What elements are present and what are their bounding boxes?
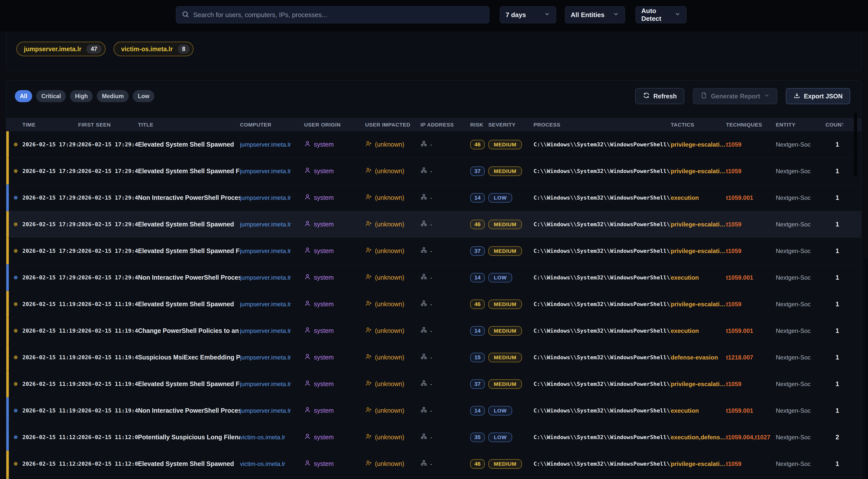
table-row-partial[interactable] — [6, 477, 862, 479]
table-row[interactable]: 2026-02-15 11:19:492026-02-15 11:19:49No… — [6, 398, 862, 424]
table-row[interactable]: 2026-02-15 17:29:462026-02-15 17:29:46El… — [6, 158, 862, 184]
cell-entity: Nextgen-Soc — [776, 328, 826, 334]
table-row[interactable]: 2026-02-15 17:29:462026-02-15 17:29:46El… — [6, 131, 862, 158]
table-row[interactable]: 2026-02-15 17:29:452026-02-15 17:29:45El… — [6, 238, 862, 264]
cell-process: C:\\Windows\\System32\\WindowsPowerShell… — [533, 328, 671, 334]
person-x-icon — [365, 167, 372, 175]
generate-report-button[interactable]: Generate Report — [693, 88, 777, 104]
cell-count: 2 — [826, 434, 843, 441]
computer-chip[interactable]: jumpserver.imeta.lr47 — [16, 42, 105, 56]
cell-entity: Nextgen-Soc — [776, 381, 826, 388]
cell-tactics: privilege-escalati… — [671, 141, 726, 148]
table-body: 2026-02-15 17:29:462026-02-15 17:29:46El… — [6, 131, 862, 479]
computer-link[interactable]: jumpserver.imeta.lr — [240, 328, 291, 334]
severity-filter-medium[interactable]: Medium — [97, 90, 129, 102]
computer-chip[interactable]: victim-os.imeta.lr8 — [114, 42, 193, 56]
person-icon — [304, 167, 311, 175]
cell-time: 2026-02-15 17:29:46 — [22, 195, 78, 201]
cell-process: C:\\Windows\\System32\\WindowsPowerShell… — [533, 461, 671, 467]
cell-title: Non Interactive PowerShell Proces… — [138, 274, 240, 281]
computer-link[interactable]: jumpserver.imeta.lr — [240, 301, 291, 308]
export-json-button[interactable]: Export JSON — [786, 88, 850, 104]
cell-first-seen: 2026-02-15 11:19:49 — [78, 407, 138, 414]
search-input[interactable] — [193, 11, 484, 19]
severity-filter-low[interactable]: Low — [133, 90, 154, 102]
person-x-icon — [365, 433, 372, 441]
cell-entity: Nextgen-Soc — [776, 221, 826, 228]
cell-count: 1 — [826, 221, 843, 228]
cell-first-seen: 2026-02-15 17:29:46 — [78, 168, 138, 174]
computer-link[interactable]: victim-os.imeta.lr — [240, 460, 285, 468]
person-x-icon — [365, 220, 372, 229]
search-icon — [182, 10, 189, 19]
network-icon — [421, 406, 427, 415]
column-header-techniques: TECHNIQUES — [726, 122, 776, 128]
cell-tactics: privilege-escalati… — [671, 460, 726, 468]
computer-link[interactable]: jumpserver.imeta.lr — [240, 221, 291, 228]
cell-user-impacted: (unknown) — [375, 460, 404, 468]
computer-link[interactable]: jumpserver.imeta.lr — [240, 168, 291, 175]
refresh-button[interactable]: Refresh — [635, 88, 684, 104]
column-header-risk: RISK — [470, 122, 488, 128]
severity-filter-all[interactable]: All — [15, 90, 32, 102]
computer-link[interactable]: jumpserver.imeta.lr — [240, 247, 291, 254]
person-x-icon — [365, 300, 372, 308]
table-row[interactable]: 2026-02-15 11:12:082026-02-15 11:12:08Po… — [6, 424, 862, 451]
severity-badge: LOW — [488, 433, 512, 442]
cell-user-origin: system — [314, 167, 334, 175]
page-scrollbar-thumb[interactable] — [865, 259, 868, 479]
table-row[interactable]: 2026-02-15 17:29:462026-02-15 17:29:46No… — [6, 184, 862, 211]
person-x-icon — [365, 353, 372, 362]
detect-mode-dropdown[interactable]: Auto Detect — [636, 6, 687, 23]
severity-dot — [14, 169, 18, 173]
cell-title: Suspicious MsiExec Embedding Pa… — [138, 354, 240, 361]
cell-tactics: execution,defens… — [671, 434, 726, 441]
time-range-dropdown[interactable]: 7 days — [500, 6, 556, 23]
column-header-entity: ENTITY — [776, 122, 826, 128]
cell-process: C:\\Windows\\System32\\WindowsPowerShell… — [533, 354, 671, 361]
risk-score-badge: 35 — [470, 433, 485, 442]
severity-filter-high[interactable]: High — [70, 90, 93, 102]
computer-link[interactable]: jumpserver.imeta.lr — [240, 354, 291, 361]
severity-badge: MEDIUM — [488, 300, 522, 309]
table-row[interactable]: 2026-02-15 17:29:452026-02-15 17:29:45No… — [6, 264, 862, 291]
alerts-panel: AllCriticalHighMediumLow Refresh Generat… — [6, 80, 862, 479]
network-icon — [421, 433, 427, 441]
cell-user-origin: system — [314, 327, 334, 334]
cell-process: C:\\Windows\\System32\\WindowsPowerShell… — [533, 141, 671, 148]
entity-filter-value: All Entities — [571, 11, 604, 19]
chip-computer-name: victim-os.imeta.lr — [121, 45, 173, 53]
computer-link[interactable]: victim-os.imeta.lr — [240, 434, 285, 441]
table-scrollbar-thumb[interactable] — [854, 113, 857, 177]
cell-user-origin: system — [314, 274, 334, 281]
computer-link[interactable]: jumpserver.imeta.lr — [240, 194, 291, 201]
cell-entity: Nextgen-Soc — [776, 141, 826, 148]
chevron-down-icon — [613, 11, 619, 19]
table-row[interactable]: 2026-02-15 11:19:492026-02-15 11:19:49El… — [6, 371, 862, 398]
entity-filter-dropdown[interactable]: All Entities — [565, 6, 625, 23]
cell-techniques: t1059 — [726, 460, 776, 468]
table-row[interactable]: 2026-02-15 11:19:492026-02-15 11:19:49El… — [6, 291, 862, 317]
table-row[interactable]: 2026-02-15 17:29:452026-02-15 17:29:45El… — [6, 211, 862, 238]
computer-link[interactable]: jumpserver.imeta.lr — [240, 141, 291, 148]
severity-filter-critical[interactable]: Critical — [36, 90, 66, 102]
computer-link[interactable]: jumpserver.imeta.lr — [240, 407, 291, 414]
severity-badge: MEDIUM — [488, 379, 522, 389]
cell-title: Elevated System Shell Spawned — [138, 141, 240, 148]
severity-dot — [14, 223, 18, 226]
cell-time: 2026-02-15 11:12:07 — [22, 461, 78, 467]
computer-link[interactable]: jumpserver.imeta.lr — [240, 381, 291, 388]
person-icon — [304, 247, 311, 255]
cell-count: 1 — [826, 274, 843, 281]
table-row[interactable]: 2026-02-15 11:12:072026-02-15 11:12:07El… — [6, 451, 862, 477]
network-icon — [421, 380, 427, 388]
table-row[interactable]: 2026-02-15 11:19:492026-02-15 11:19:49Su… — [6, 344, 862, 371]
table-row[interactable]: 2026-02-15 11:19:492026-02-15 11:19:49Ch… — [6, 317, 862, 344]
time-range-value: 7 days — [506, 11, 526, 19]
computer-link[interactable]: jumpserver.imeta.lr — [240, 274, 291, 281]
cell-ip: - — [430, 381, 432, 388]
risk-score-badge: 46 — [470, 300, 485, 309]
cell-first-seen: 2026-02-15 17:29:46 — [78, 141, 138, 148]
cell-title: Non Interactive PowerShell Proces… — [138, 194, 240, 201]
cell-process: C:\\Windows\\System32\\WindowsPowerShell… — [533, 195, 671, 201]
